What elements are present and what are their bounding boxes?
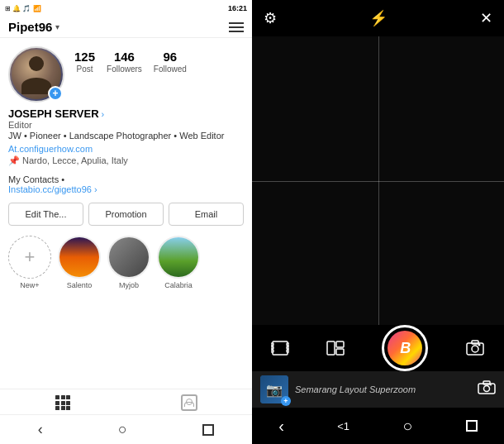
display-name: JOSEPH SERVER [8, 107, 99, 120]
my-contacts-link[interactable]: My Contacts • [8, 174, 244, 184]
svg-rect-7 [327, 341, 335, 355]
film-left-icon[interactable] [271, 341, 289, 356]
highlight-salento[interactable]: Salento [58, 236, 101, 289]
highlight-myjob[interactable]: Myjob [107, 236, 150, 289]
nav-tag-tab[interactable] [126, 394, 253, 411]
avatar-wrap[interactable]: + [8, 46, 64, 103]
camera-notification[interactable]: 📷 + Semarang Layout Superzoom [252, 371, 504, 408]
add-story-button[interactable]: + [48, 86, 63, 101]
svg-rect-8 [336, 341, 344, 347]
svg-rect-11 [472, 341, 478, 344]
cam-back-button[interactable]: ‹ [278, 417, 284, 436]
recents-button[interactable] [202, 424, 214, 436]
stat-followers[interactable]: 146 Followers [107, 50, 142, 74]
highlight-salento-circle [58, 236, 101, 279]
profile-info: JOSEPH SERVER › Editor JW • Pioneer • La… [0, 107, 252, 171]
notification-plus-badge: + [281, 396, 291, 406]
followed-label: Followed [154, 64, 187, 74]
highlight-calabria-label: Calabria [164, 281, 193, 289]
stat-posts[interactable]: 125 Post [74, 50, 95, 74]
highlight-myjob-image [109, 237, 149, 277]
menu-icon[interactable] [229, 22, 244, 32]
highlight-salento-label: Salento [67, 281, 93, 289]
followers-label: Followers [107, 64, 142, 74]
status-icons: ⊞ 🔔 🎵 📶 [5, 5, 41, 12]
svg-point-13 [478, 344, 481, 346]
svg-point-17 [490, 384, 492, 386]
promotion-button[interactable]: Promotion [88, 203, 164, 226]
highlight-calabria-circle [157, 236, 200, 279]
camera-panel: ⚙ ⚡ ✕ [252, 0, 504, 444]
website-link[interactable]: At.configuerhow.com [8, 144, 93, 154]
back-button[interactable]: ‹ [38, 421, 43, 438]
cam-home-button[interactable]: ○ [402, 417, 412, 436]
shutter-inner: B [388, 331, 422, 365]
flash-icon[interactable]: ⚡ [369, 9, 388, 27]
notification-camera-icon[interactable] [478, 380, 496, 399]
layout-icon[interactable] [326, 341, 345, 356]
svg-rect-9 [336, 349, 344, 355]
highlight-new[interactable]: + New+ [8, 236, 51, 289]
followed-count: 96 [164, 50, 178, 64]
highlights-row: + New+ Salento Myjob Calabria [0, 231, 252, 294]
settings-icon[interactable]: ⚙ [264, 9, 277, 27]
status-bar-right: 16:21 [228, 4, 247, 12]
highlight-myjob-label: Myjob [119, 281, 139, 289]
nav-grid-tab[interactable] [0, 394, 126, 411]
camera-switch-svg [465, 340, 485, 356]
camera-controls: B [252, 325, 504, 371]
svg-rect-0 [273, 341, 288, 355]
cam-counter: <1 [337, 420, 349, 432]
svg-rect-10 [467, 343, 483, 355]
shutter-button[interactable]: B [382, 325, 428, 371]
highlight-add-icon[interactable]: + [8, 236, 51, 279]
highlight-myjob-circle [107, 236, 150, 279]
bottom-navigation [0, 389, 252, 414]
app-logo-text: B [400, 340, 410, 357]
notification-thumbnail: 📷 + [260, 375, 288, 403]
close-icon[interactable]: ✕ [480, 9, 492, 27]
username-dropdown[interactable]: ▾ [55, 22, 59, 31]
bio-text: JW • Pioneer • Landscape Photographer • … [8, 131, 244, 141]
action-buttons: Edit The... Promotion Email [0, 198, 252, 231]
highlight-new-label: New+ [20, 281, 39, 289]
person-tag-icon [181, 394, 197, 411]
notif-camera-svg [478, 380, 496, 395]
cam-recents-button[interactable] [466, 420, 478, 432]
svg-rect-15 [483, 381, 490, 384]
stats-row: 125 Post 146 Followers 96 Followed [74, 50, 187, 74]
notification-text: Semarang Layout Superzoom [295, 384, 471, 394]
instabio-link[interactable]: Instabio.cc/gigetto96 › [8, 184, 244, 194]
posts-count: 125 [74, 50, 95, 64]
status-bar: ⊞ 🔔 🎵 📶 16:21 [0, 0, 252, 17]
home-button[interactable]: ○ [118, 421, 127, 438]
nav-username[interactable]: Pipet96 [8, 20, 52, 34]
location-text: 📌 Nardo, Lecce, Apulia, Italy [8, 155, 244, 166]
system-navigation: ‹ ○ [0, 414, 252, 444]
instagram-profile-panel: ⊞ 🔔 🎵 📶 16:21 Pipet96 ▾ + 125 Post [0, 0, 252, 444]
camera-bottom-nav: ‹ <1 ○ [252, 408, 504, 444]
email-button[interactable]: Email [169, 203, 244, 226]
crosshair-vertical [378, 36, 379, 325]
grid-icon [55, 395, 70, 410]
notif-thumb-icon: 📷 [266, 382, 283, 398]
followers-count: 146 [114, 50, 135, 64]
contacts-section: My Contacts • Instabio.cc/gigetto96 › [0, 171, 252, 198]
verified-icon: › [102, 109, 105, 119]
camera-viewfinder[interactable] [252, 36, 504, 325]
top-navigation: Pipet96 ▾ [0, 17, 252, 38]
layout-svg [326, 341, 345, 356]
highlight-calabria-image [159, 237, 198, 277]
posts-label: Post [77, 64, 93, 74]
svg-point-16 [484, 386, 490, 392]
svg-point-12 [472, 346, 478, 352]
stat-followed[interactable]: 96 Followed [154, 50, 187, 74]
status-bar-left: ⊞ 🔔 🎵 📶 [5, 5, 41, 12]
role-title: Editor [8, 120, 244, 130]
highlight-calabria[interactable]: Calabria [157, 236, 200, 289]
highlight-salento-image [59, 237, 99, 277]
edit-profile-button[interactable]: Edit The... [8, 203, 83, 226]
camera-switch-icon[interactable] [465, 340, 485, 356]
camera-top-bar: ⚙ ⚡ ✕ [252, 0, 504, 36]
status-time: 16:21 [228, 4, 247, 12]
